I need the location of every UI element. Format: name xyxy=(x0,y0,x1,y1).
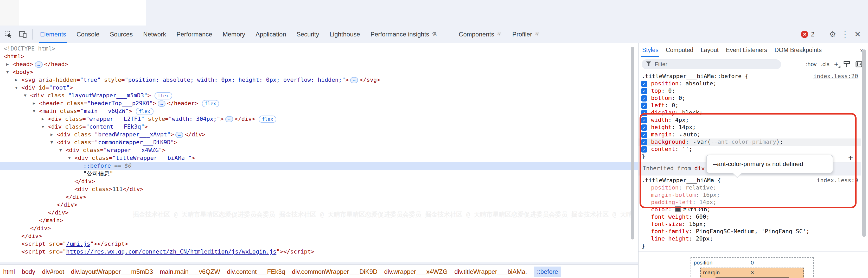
property-value[interactable]: 14px; xyxy=(679,124,696,131)
inspect-element-icon[interactable] xyxy=(2,28,14,40)
property-name[interactable]: padding-left xyxy=(651,199,692,206)
css-property[interactable]: ✓margin: ▸auto; xyxy=(639,131,861,138)
property-name[interactable]: margin-bottom xyxy=(651,192,696,198)
property-name[interactable]: font-family xyxy=(651,228,689,235)
breadcrumb-item[interactable]: div.titleWrapper___biAMa. xyxy=(454,268,527,275)
tab-event-listeners[interactable]: Event Listeners xyxy=(722,43,771,57)
dom-row[interactable]: ▶<head>…</head> xyxy=(0,60,638,68)
property-name[interactable]: bottom xyxy=(651,95,672,101)
css-property[interactable]: ✓top: 0; xyxy=(639,88,861,95)
property-name[interactable]: position xyxy=(651,184,679,191)
property-name[interactable]: color xyxy=(651,206,668,213)
property-checkbox[interactable]: ✓ xyxy=(641,88,647,94)
property-name[interactable]: margin xyxy=(651,131,672,138)
property-checkbox[interactable]: ✓ xyxy=(641,102,647,109)
css-property[interactable]: ✓bottom: 0; xyxy=(639,95,861,102)
tab-sources[interactable]: Sources xyxy=(104,26,138,43)
horizontal-scrollbar[interactable] xyxy=(0,262,638,265)
property-value[interactable]: 0; xyxy=(668,88,675,94)
color-swatch[interactable] xyxy=(675,206,681,212)
breadcrumb-item[interactable]: main.main___v6QZW xyxy=(160,268,220,275)
css-property[interactable]: ✓position: absolute; xyxy=(639,80,861,88)
expand-arrow-icon[interactable]: ▶ xyxy=(6,60,9,68)
tab-styles[interactable]: Styles xyxy=(639,43,662,57)
dock-panel-icon[interactable] xyxy=(856,61,862,67)
property-checkbox[interactable]: ✓ xyxy=(641,139,647,145)
more-tabs-chevron-icon[interactable]: » xyxy=(856,43,868,57)
tab-elements[interactable]: Elements xyxy=(35,26,71,43)
box-model-position-top-value[interactable]: 0 xyxy=(691,259,813,266)
collapse-arrow-icon[interactable]: ▼ xyxy=(33,107,35,115)
dom-row[interactable]: ▶<div class="breadWrapper___xAvpt">…</di… xyxy=(0,131,638,138)
dom-row[interactable]: ▶<header class="headerTop___p29K0">…</he… xyxy=(0,99,638,107)
tab-performance-insights[interactable]: Performance insights⚗ xyxy=(365,26,442,43)
breadcrumb-item[interactable]: html xyxy=(3,268,15,275)
dom-row[interactable]: ▼<div class="layoutWrapper___m5mD3">flex xyxy=(0,92,638,99)
dom-row[interactable]: "公司信息" xyxy=(0,170,638,178)
css-property[interactable]: ✓display: block; xyxy=(639,109,861,117)
breadcrumb-item[interactable]: body xyxy=(22,268,35,275)
expand-value-icon[interactable]: ▸ xyxy=(680,133,682,137)
breadcrumb-item[interactable]: div.layoutWrapper___m5mD3 xyxy=(71,268,153,275)
dom-row[interactable]: ▼<main class="main___v6QZW">flex xyxy=(0,107,638,115)
tab-performance[interactable]: Performance xyxy=(171,26,217,43)
device-toolbar-icon[interactable] xyxy=(17,28,29,40)
breadcrumb-item[interactable]: div#root xyxy=(42,268,64,275)
dom-row[interactable]: </div> xyxy=(0,193,638,201)
dom-row[interactable]: </div> xyxy=(0,201,638,209)
property-name[interactable]: height xyxy=(651,124,672,131)
css-property[interactable]: font-weight: 600; xyxy=(639,213,861,221)
ellipsis-expand-badge[interactable]: … xyxy=(350,77,358,83)
ellipsis-expand-badge[interactable]: … xyxy=(158,100,165,107)
dom-row[interactable]: </div> xyxy=(0,232,638,240)
error-badge[interactable]: ✕ 2 xyxy=(801,30,814,38)
tab-computed[interactable]: Computed xyxy=(662,43,697,57)
property-checkbox[interactable]: ✓ xyxy=(641,81,647,87)
breadcrumb-item-selected[interactable]: ::before xyxy=(534,266,561,277)
expand-arrow-icon[interactable]: ▶ xyxy=(51,131,53,138)
css-property[interactable]: ✓left: 0; xyxy=(639,102,861,109)
property-checkbox[interactable]: ✓ xyxy=(641,117,647,123)
css-property[interactable]: position: relative; xyxy=(639,184,861,192)
collapse-arrow-icon[interactable]: ▼ xyxy=(24,92,27,99)
close-icon[interactable]: ✕ xyxy=(851,28,864,40)
css-property[interactable]: margin-bottom: 16px; xyxy=(639,192,861,199)
rule-selector[interactable]: .titleWrapper___biAMa::before { xyxy=(642,73,749,80)
property-name[interactable]: top xyxy=(651,88,661,94)
property-value[interactable]: ''; xyxy=(682,146,692,153)
css-property[interactable]: padding-left: 14px; xyxy=(639,199,861,206)
css-property[interactable]: font-size: 16px; xyxy=(639,221,861,228)
dom-row[interactable]: <script src="/umi.js"></script> xyxy=(0,240,638,248)
box-model-margin-top-value[interactable]: 3 xyxy=(701,269,803,275)
dom-row[interactable]: ▶<svg aria-hidden="true" style="position… xyxy=(0,76,638,84)
toggle-class-button[interactable]: .cls xyxy=(821,61,830,67)
collapse-arrow-icon[interactable]: ▼ xyxy=(6,68,9,76)
dom-row[interactable]: <!DOCTYPE html> xyxy=(0,45,638,53)
property-value[interactable]: relative; xyxy=(685,184,716,191)
dom-row[interactable]: </div> xyxy=(0,224,638,232)
property-value[interactable]: 16px; xyxy=(703,192,720,198)
rule-selector[interactable]: .titleWrapper___biAMa { xyxy=(642,177,721,184)
property-value[interactable]: 0; xyxy=(679,95,686,101)
dom-row[interactable]: ▼<div class="content___FEk3q"> xyxy=(0,123,638,131)
expand-value-icon[interactable]: ▸ xyxy=(693,140,696,145)
flex-badge[interactable]: flex xyxy=(136,108,153,115)
brush-icon[interactable] xyxy=(843,61,850,67)
breadcrumb-item[interactable]: div.content___FEk3q xyxy=(227,268,285,275)
property-value[interactable]: --ant-color-primary xyxy=(711,138,776,145)
css-property[interactable]: font-family: PingFangSC-Medium, 'PingFan… xyxy=(639,228,861,235)
dom-row[interactable]: ▼<div class="commonWrapper___DiK9D"> xyxy=(0,138,638,146)
property-checkbox[interactable]: ✓ xyxy=(641,95,647,101)
tab-application[interactable]: Application xyxy=(250,26,291,43)
expand-arrow-icon[interactable]: ▶ xyxy=(42,115,44,123)
property-value[interactable]: 16px; xyxy=(689,221,706,227)
new-style-rule-button[interactable]: + xyxy=(834,60,838,68)
css-property[interactable]: ✓height: 14px; xyxy=(639,124,861,131)
property-name[interactable]: line-height xyxy=(651,235,689,242)
property-name[interactable]: display xyxy=(651,109,675,116)
tab-network[interactable]: Network xyxy=(138,26,171,43)
collapse-arrow-icon[interactable]: ▼ xyxy=(51,138,53,146)
property-name[interactable]: background xyxy=(651,138,685,145)
property-value[interactable]: absolute; xyxy=(685,80,716,87)
property-checkbox[interactable]: ✓ xyxy=(641,132,647,138)
